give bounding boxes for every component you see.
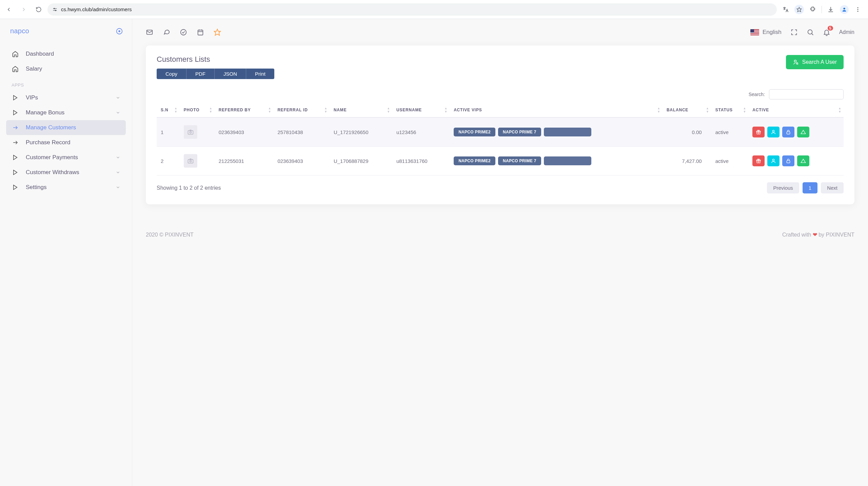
- photo-placeholder: [184, 154, 197, 168]
- sort-icon: ▲▼: [268, 107, 272, 113]
- url-text: cs.hwym.club/admin/customers: [61, 6, 132, 12]
- play-icon: [12, 169, 19, 175]
- svg-point-35: [773, 130, 774, 132]
- notifications-button[interactable]: 5: [823, 29, 830, 36]
- action-lock-button[interactable]: [782, 155, 794, 166]
- vip-chip: NAPCO PRIME 7: [498, 156, 541, 165]
- column-header[interactable]: REFERRAL ID▲▼: [273, 103, 330, 117]
- page-prev-button[interactable]: Previous: [767, 182, 799, 193]
- sidebar-item-label: Dashboard: [26, 51, 120, 57]
- svg-rect-37: [188, 160, 193, 163]
- sidebar-item-label: Settings: [26, 184, 109, 191]
- sort-icon: ▲▼: [174, 107, 178, 113]
- sidebar-item-label: VIPs: [26, 94, 109, 101]
- cell-status: active: [711, 117, 749, 147]
- fullscreen-icon[interactable]: [790, 29, 798, 36]
- svg-line-26: [811, 34, 813, 35]
- column-header[interactable]: ACTIVE▲▼: [748, 103, 844, 117]
- cell-referred-by: 023639403: [215, 117, 274, 147]
- sidebar-item-salary[interactable]: Salary: [6, 61, 126, 76]
- sidebar-item-dashboard[interactable]: Dashboard: [6, 46, 126, 61]
- column-header[interactable]: ACTIVE VIPS▲▼: [450, 103, 663, 117]
- play-icon: [12, 110, 19, 116]
- page-next-button[interactable]: Next: [821, 182, 844, 193]
- column-header[interactable]: S.N▲▼: [157, 103, 180, 117]
- column-header[interactable]: USERNAME▲▼: [392, 103, 450, 117]
- downloads-icon[interactable]: [825, 3, 837, 16]
- page-1-button[interactable]: 1: [803, 182, 817, 193]
- column-header[interactable]: STATUS▲▼: [711, 103, 749, 117]
- browser-forward-button[interactable]: [18, 3, 30, 16]
- svg-marker-15: [14, 155, 17, 160]
- sidebar-item-label: Customer Withdraws: [26, 169, 109, 176]
- home-icon: [12, 51, 19, 57]
- mail-icon[interactable]: [146, 29, 153, 36]
- home-icon: [12, 66, 19, 72]
- translate-icon[interactable]: [780, 3, 792, 16]
- table-search-input[interactable]: [769, 89, 844, 99]
- sidebar-item-vips[interactable]: VIPs: [6, 90, 126, 105]
- check-circle-icon[interactable]: [180, 29, 187, 36]
- column-header[interactable]: BALANCE▲▼: [663, 103, 711, 117]
- browser-back-button[interactable]: [3, 3, 15, 16]
- kebab-menu-icon[interactable]: [852, 3, 864, 16]
- svg-point-8: [857, 11, 859, 12]
- svg-marker-11: [14, 95, 17, 100]
- site-settings-icon[interactable]: [52, 7, 58, 12]
- bookmark-star-button[interactable]: [793, 3, 805, 16]
- svg-marker-17: [14, 185, 17, 190]
- vip-chip: NAPCO PRIME 7: [498, 128, 541, 136]
- svg-marker-12: [14, 110, 17, 115]
- export-pdf-button[interactable]: PDF: [186, 69, 215, 79]
- browser-reload-button[interactable]: [33, 3, 45, 16]
- sidebar-item-purchase-record[interactable]: Purchase Record: [6, 135, 126, 150]
- action-user-button[interactable]: [767, 155, 780, 166]
- action-gift-button[interactable]: [752, 127, 765, 137]
- sidebar-item-manage-bonus[interactable]: Manage Bonus: [6, 105, 126, 120]
- svg-marker-16: [14, 170, 17, 175]
- export-copy-button[interactable]: Copy: [157, 69, 186, 79]
- cell-sn: 1: [157, 117, 180, 147]
- customers-card: Customers Lists Copy PDF JSON Print Sear…: [146, 45, 854, 204]
- profile-button[interactable]: [838, 3, 850, 16]
- collapse-sidebar-icon[interactable]: [116, 27, 123, 35]
- svg-rect-36: [787, 132, 790, 134]
- sidebar-item-customer-withdraws[interactable]: Customer Withdraws: [6, 165, 126, 180]
- column-header[interactable]: NAME▲▼: [330, 103, 392, 117]
- topbar: English 5 Admin: [132, 19, 868, 45]
- brand[interactable]: napco: [10, 27, 29, 35]
- language-switcher[interactable]: English: [750, 29, 782, 36]
- action-alert-button[interactable]: [797, 155, 809, 166]
- sidebar-item-customer-payments[interactable]: Customer Payments: [6, 150, 126, 165]
- user-name[interactable]: Admin: [839, 29, 854, 35]
- action-alert-button[interactable]: [797, 127, 809, 137]
- search-user-button[interactable]: Search A User: [786, 55, 844, 69]
- main: English 5 Admin Customers Lists Copy: [132, 19, 868, 486]
- column-header[interactable]: PHOTO▲▼: [180, 103, 215, 117]
- action-lock-button[interactable]: [782, 127, 794, 137]
- sidebar-item-settings[interactable]: Settings: [6, 180, 126, 195]
- calendar-icon[interactable]: [197, 29, 204, 36]
- cell-actions: [748, 147, 844, 175]
- cell-balance: 0.00: [663, 117, 711, 147]
- extensions-icon[interactable]: [807, 3, 819, 16]
- export-print-button[interactable]: Print: [246, 69, 274, 79]
- sort-icon: ▲▼: [444, 107, 448, 113]
- action-user-button[interactable]: [767, 127, 780, 137]
- address-bar[interactable]: cs.hwym.club/admin/customers: [47, 3, 777, 16]
- sidebar-section-label: APPS: [6, 76, 126, 90]
- svg-point-5: [843, 7, 845, 9]
- chat-icon[interactable]: [163, 29, 170, 36]
- cell-vips: NAPCO PRIME2NAPCO PRIME 7: [450, 147, 663, 175]
- cell-username: u8113631760: [392, 147, 450, 175]
- action-gift-button[interactable]: [752, 155, 765, 166]
- search-icon[interactable]: [807, 29, 814, 36]
- vip-chip: [544, 128, 591, 136]
- export-json-button[interactable]: JSON: [215, 69, 246, 79]
- star-icon[interactable]: [214, 29, 221, 36]
- sidebar-item-label: Salary: [26, 66, 120, 72]
- divider: [822, 6, 822, 13]
- column-header[interactable]: REFERRED BY▲▼: [215, 103, 274, 117]
- sidebar-item-manage-customers[interactable]: Manage Customers: [6, 120, 126, 135]
- cell-sn: 2: [157, 147, 180, 175]
